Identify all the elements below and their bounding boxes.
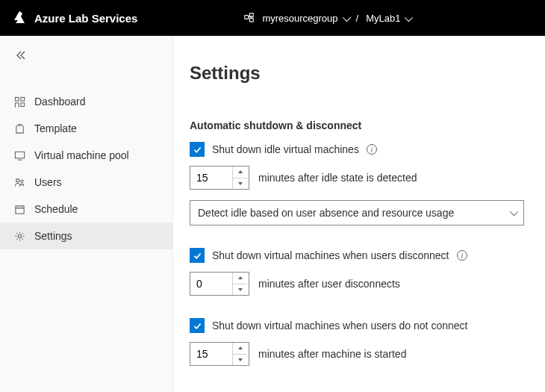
info-icon[interactable]: i — [367, 144, 377, 155]
breadcrumb-resource-group-label: myresourcegroup — [262, 13, 337, 24]
check-icon — [193, 251, 202, 261]
svg-rect-7 — [15, 152, 24, 158]
setting-noconnect: Shut down virtual machines when users do… — [190, 318, 529, 366]
breadcrumb: myresourcegroup / MyLab1 — [243, 11, 411, 25]
svg-rect-4 — [20, 97, 24, 101]
checkbox-idle[interactable] — [190, 142, 205, 157]
template-icon — [13, 123, 25, 134]
disconnect-minutes-input-wrap — [190, 272, 249, 296]
svg-rect-2 — [250, 18, 254, 22]
collapse-sidebar-button[interactable] — [0, 42, 172, 69]
svg-rect-3 — [15, 97, 19, 101]
breadcrumb-resource-group[interactable]: myresourcegroup — [262, 13, 348, 24]
azure-logo-icon — [12, 10, 27, 27]
sidebar-item-dashboard[interactable]: Dashboard — [0, 88, 172, 115]
disconnect-minutes-up[interactable] — [233, 273, 247, 284]
dashboard-icon — [13, 96, 25, 108]
disconnect-minutes-input[interactable] — [190, 273, 232, 295]
svg-rect-10 — [15, 205, 23, 213]
chevron-down-icon — [343, 13, 349, 24]
users-icon — [13, 177, 25, 188]
brand: Azure Lab Services — [12, 10, 137, 27]
noconnect-minutes-input[interactable] — [190, 343, 232, 365]
chevron-down-icon — [238, 288, 243, 291]
checkbox-idle-label: Shut down idle virtual machines — [212, 143, 359, 155]
idle-detection-selected: Detect idle based on user absence and re… — [198, 207, 454, 219]
chevron-up-icon — [238, 346, 243, 349]
sidebar-item-schedule[interactable]: Schedule — [0, 196, 172, 223]
setting-disconnect: Shut down virtual machines when users di… — [190, 248, 529, 296]
resource-group-icon — [243, 11, 255, 25]
idle-minutes-input[interactable] — [190, 167, 232, 189]
sidebar-item-label: Users — [34, 176, 62, 188]
noconnect-minutes-down[interactable] — [233, 355, 247, 366]
checkbox-disconnect[interactable] — [190, 248, 205, 263]
breadcrumb-separator: / — [356, 13, 359, 24]
top-bar: Azure Lab Services myresourcegroup / MyL… — [0, 0, 545, 36]
sidebar-item-template[interactable]: Template — [0, 115, 172, 142]
chevron-down-icon — [238, 182, 243, 185]
page-title: Settings — [190, 63, 529, 84]
info-icon[interactable]: i — [457, 250, 467, 261]
sidebar-item-label: Template — [34, 122, 77, 134]
check-icon — [193, 145, 202, 155]
chevron-down-icon — [510, 208, 518, 216]
svg-rect-5 — [15, 102, 19, 107]
svg-point-9 — [20, 179, 22, 181]
noconnect-minutes-input-wrap — [190, 342, 249, 366]
chevron-down-icon — [405, 13, 411, 24]
idle-helper: minutes after idle state is detected — [258, 172, 417, 184]
sidebar-item-label: Settings — [34, 230, 72, 242]
sidebar-item-label: Schedule — [34, 203, 78, 215]
checkbox-noconnect-label: Shut down virtual machines when users do… — [212, 320, 467, 332]
sidebar-item-users[interactable]: Users — [0, 169, 172, 196]
noconnect-helper: minutes after machine is started — [258, 348, 406, 360]
nav-list: Dashboard Template Virtual machine pool … — [0, 88, 172, 249]
idle-detection-dropdown[interactable]: Detect idle based on user absence and re… — [190, 200, 524, 225]
svg-rect-6 — [20, 102, 24, 106]
setting-idle: Shut down idle virtual machines i minute… — [190, 142, 529, 225]
gear-icon — [13, 231, 25, 242]
disconnect-minutes-down[interactable] — [233, 284, 247, 296]
svg-point-8 — [16, 178, 19, 181]
sidebar-item-vm-pool[interactable]: Virtual machine pool — [0, 142, 172, 169]
idle-minutes-up[interactable] — [233, 167, 247, 178]
breadcrumb-lab-label: MyLab1 — [366, 13, 400, 24]
idle-minutes-down[interactable] — [233, 178, 247, 190]
disconnect-helper: minutes after user disconnects — [258, 278, 400, 290]
svg-rect-0 — [245, 16, 249, 19]
check-icon — [193, 321, 202, 331]
sidebar: Dashboard Template Virtual machine pool … — [0, 36, 173, 392]
section-heading: Automatic shutdown & disconnect — [190, 119, 529, 131]
main-content: Settings Automatic shutdown & disconnect… — [173, 36, 545, 392]
calendar-icon — [13, 204, 25, 215]
chevron-up-icon — [238, 276, 243, 279]
breadcrumb-lab[interactable]: MyLab1 — [366, 13, 411, 24]
noconnect-minutes-up[interactable] — [233, 343, 247, 355]
monitor-icon — [13, 150, 25, 161]
checkbox-noconnect[interactable] — [190, 318, 205, 333]
checkbox-disconnect-label: Shut down virtual machines when users di… — [212, 249, 449, 261]
idle-minutes-input-wrap — [190, 166, 249, 190]
chevron-up-icon — [238, 170, 243, 173]
chevron-double-left-icon — [15, 49, 27, 61]
sidebar-item-settings[interactable]: Settings — [0, 223, 172, 249]
brand-text: Azure Lab Services — [34, 12, 137, 25]
sidebar-item-label: Virtual machine pool — [34, 149, 129, 161]
chevron-down-icon — [238, 358, 243, 361]
svg-point-11 — [18, 234, 21, 237]
sidebar-item-label: Dashboard — [34, 96, 86, 108]
